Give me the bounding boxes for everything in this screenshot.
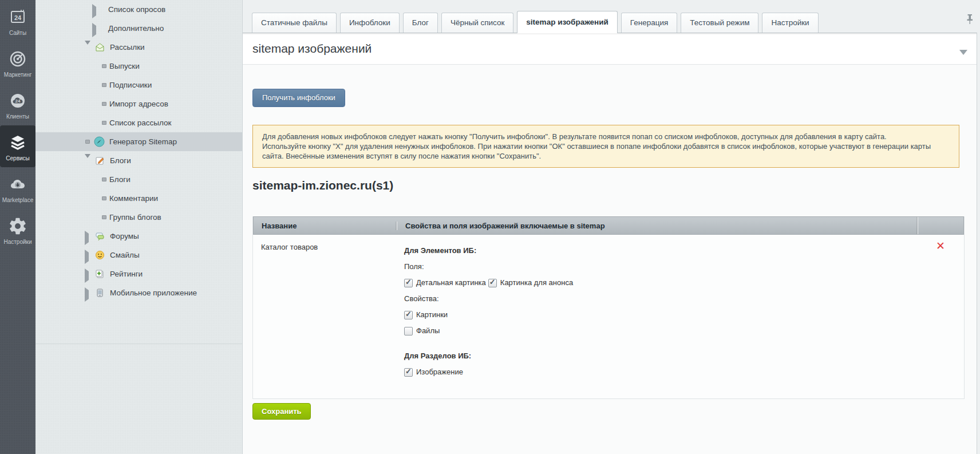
delete-row-icon[interactable]: ✕ <box>936 240 945 251</box>
sidebar-item-mobile-app[interactable]: Мобильное приложение <box>35 283 242 302</box>
sidebar-item-label: Подписчики <box>109 81 152 89</box>
sidebar-item-label: Рассылки <box>110 43 145 52</box>
sidebar-item-blog-groups[interactable]: Группы блогов <box>35 208 242 227</box>
forum-bubbles-icon <box>95 231 105 241</box>
tab-settings[interactable]: Настройки <box>762 13 818 33</box>
chevron-right-icon <box>92 7 97 12</box>
sections-heading: Для Разделов ИБ: <box>404 352 917 361</box>
checkbox-label[interactable]: Детальная картинка <box>416 278 486 287</box>
table-header-name: Название <box>254 222 397 230</box>
sidebar-item-label: Блоги <box>109 175 131 184</box>
rail-item-label: Настройки <box>0 239 35 245</box>
sidebar-item-issues[interactable]: Выпуски <box>35 57 242 76</box>
tab-blacklist[interactable]: Чёрный список <box>441 13 513 33</box>
bullet-icon <box>102 177 106 181</box>
table-header-props: Свойства и поля изображений включаемые в… <box>397 222 918 230</box>
sidebar-item-label: Форумы <box>110 232 139 240</box>
sidebar-item-label: Выпуски <box>109 62 140 70</box>
props-label: Свойства: <box>404 294 917 303</box>
sidebar-item-label: Дополнительно <box>108 24 164 33</box>
rail-item-label: Клиенты <box>0 113 35 120</box>
rating-plus-icon <box>95 269 105 279</box>
sidebar-item-label: Список рассылок <box>109 119 171 127</box>
bullet-icon <box>102 102 106 106</box>
infoblock-settings: Для Элементов ИБ: Поля: Детальная картин… <box>396 235 917 398</box>
marketplace-cloud-download-icon <box>8 175 27 194</box>
sidebar-divider <box>35 344 242 344</box>
rail-item-services[interactable]: Сервисы <box>0 125 35 167</box>
checkbox-unchecked-icon[interactable] <box>404 327 413 335</box>
checkbox-checked-icon[interactable] <box>404 279 413 287</box>
sidebar-item-subscribers[interactable]: Подписчики <box>35 76 242 94</box>
sitemap-compass-icon <box>94 136 105 147</box>
svg-text:24: 24 <box>14 14 22 21</box>
rail-item-marketing[interactable]: Маркетинг <box>0 42 35 84</box>
sidebar-item-comments[interactable]: Комментарии <box>35 189 242 208</box>
chevron-right-icon <box>85 271 90 277</box>
sidebar-item-newsletter-list[interactable]: Список рассылок <box>35 113 242 132</box>
sidebar-item-polls[interactable]: Список опросов <box>35 0 242 19</box>
collapse-chevron-icon[interactable] <box>959 50 967 55</box>
bullet-icon <box>102 121 106 125</box>
rail-item-marketplace[interactable]: Marketplace <box>0 167 35 209</box>
sidebar-item-sitemap-generator[interactable]: Генератор Sitemap <box>35 132 242 151</box>
checkbox-checked-icon[interactable] <box>404 368 413 377</box>
content-panel: sitemap изображений Получить инфоблоки Д… <box>242 33 977 454</box>
checkbox-pictures[interactable]: Картинки <box>404 310 917 319</box>
info-note-line2: Используйте кнопку "X" для удаления нену… <box>262 141 950 161</box>
clients-cloud-24-icon: 24 <box>8 91 27 110</box>
tab-static-files[interactable]: Статичные файлы <box>252 13 337 33</box>
tab-generation[interactable]: Генерация <box>621 13 677 33</box>
checkbox-label[interactable]: Файлы <box>416 326 440 335</box>
save-button[interactable]: Сохранить <box>252 403 311 420</box>
checkbox-checked-icon[interactable] <box>488 279 497 287</box>
table-header-row: Название Свойства и поля изображений вкл… <box>253 216 964 235</box>
sidebar-menu: Список опросов Дополнительно Рассылки Вы… <box>35 0 243 454</box>
sidebar-item-address-import[interactable]: Импорт адресов <box>35 94 242 113</box>
sidebar-item-blogs[interactable]: Блоги <box>35 170 242 189</box>
info-note-line1: Для добавления новых инфоблоков следует … <box>262 132 950 141</box>
checkbox-label[interactable]: Изображение <box>416 368 463 377</box>
chevron-right-icon <box>85 290 90 295</box>
page-title: sitemap изображений <box>242 33 977 56</box>
tab-test-mode[interactable]: Тестовый режим <box>681 13 758 33</box>
sidebar-item-blogs-group[interactable]: Блоги <box>35 151 242 170</box>
sidebar-item-label: Группы блогов <box>109 213 161 222</box>
checkbox-preview-picture[interactable]: Картинка для анонса <box>488 278 573 287</box>
tab-infoblocks[interactable]: Инфоблоки <box>340 13 400 33</box>
sidebar-item-newsletters[interactable]: Рассылки <box>35 38 242 57</box>
sidebar-item-ratings[interactable]: Рейтинги <box>35 264 242 283</box>
sidebar-item-label: Список опросов <box>108 5 165 14</box>
checkbox-image[interactable]: Изображение <box>404 368 917 377</box>
bullet-icon <box>85 140 90 144</box>
sidebar-item-label: Импорт адресов <box>109 100 168 108</box>
chevron-right-icon <box>85 252 90 258</box>
sites-24-icon: 24 <box>8 7 27 27</box>
checkbox-checked-icon[interactable] <box>404 311 413 319</box>
sidebar-item-forums[interactable]: Форумы <box>35 227 242 246</box>
tab-sitemap-images[interactable]: sitemap изображений <box>517 11 617 33</box>
get-infoblocks-button[interactable]: Получить инфоблоки <box>252 89 345 107</box>
rail-item-clients[interactable]: 24 Клиенты <box>0 84 35 125</box>
sidebar-item-additional[interactable]: Дополнительно <box>35 19 242 38</box>
checkbox-detail-picture[interactable]: Детальная картинка <box>404 278 486 287</box>
sidebar-item-smileys[interactable]: Смайлы <box>35 246 242 264</box>
svg-text:24: 24 <box>15 98 21 104</box>
rail-item-sites[interactable]: 24 Сайты <box>0 0 35 42</box>
sidebar-item-label: Мобильное приложение <box>110 289 197 297</box>
rail-item-settings[interactable]: Настройки <box>0 209 35 251</box>
infoblock-name: Каталог товаров <box>253 235 396 398</box>
checkbox-label[interactable]: Картинки <box>416 310 448 319</box>
smiley-icon <box>95 250 105 260</box>
settings-gear-icon <box>8 216 27 236</box>
bullet-icon <box>102 83 106 87</box>
title-bar: sitemap изображений <box>242 33 977 64</box>
rail-item-label: Сервисы <box>0 155 35 161</box>
pin-icon[interactable] <box>965 14 974 25</box>
checkbox-label[interactable]: Картинка для анонса <box>500 278 573 287</box>
infoblocks-table: Название Свойства и поля изображений вкл… <box>252 216 965 399</box>
tab-blog[interactable]: Блог <box>403 13 438 33</box>
sidebar-item-label: Смайлы <box>110 251 140 259</box>
bullet-icon <box>102 64 106 68</box>
checkbox-files[interactable]: Файлы <box>404 326 917 335</box>
